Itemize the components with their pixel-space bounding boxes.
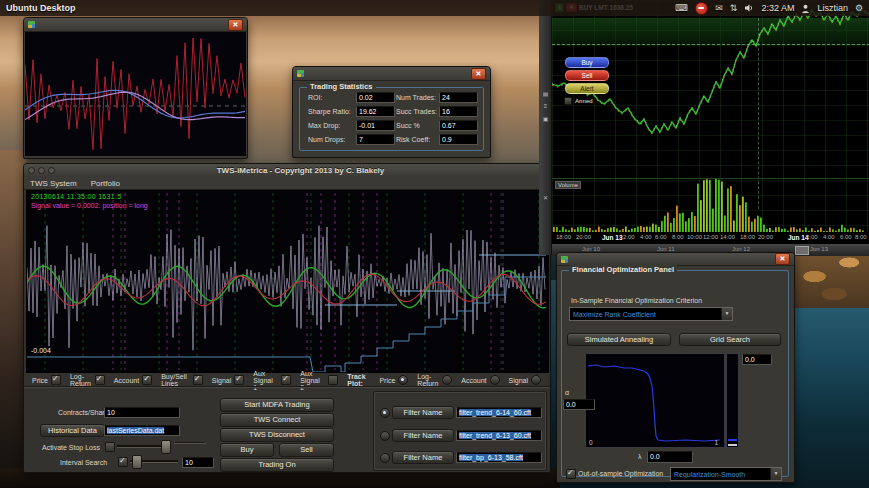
filter1-name-button[interactable]: Filter Name bbox=[392, 406, 454, 419]
sell-button[interactable]: Sell bbox=[279, 443, 334, 457]
close-pane-icon[interactable]: ✕ bbox=[543, 194, 548, 201]
aux-signal2-checkbox[interactable] bbox=[328, 375, 338, 385]
sell-button[interactable]: Sell bbox=[565, 70, 609, 81]
vertical-slider[interactable] bbox=[726, 353, 739, 448]
main-chart-canvas[interactable]: 20130614 11:35:00 1631.5 Signal value = … bbox=[26, 190, 549, 373]
stat-value[interactable]: 19.62 bbox=[356, 106, 395, 117]
window-control-dots[interactable] bbox=[28, 167, 55, 174]
stop-loss-checkbox[interactable] bbox=[105, 442, 115, 452]
close-button[interactable]: ✕ bbox=[471, 68, 486, 80]
chart-tool-icon[interactable]: ▣ bbox=[543, 115, 549, 122]
aux-signal1-checkbox[interactable] bbox=[281, 375, 291, 385]
lambda-field[interactable]: 0.0 bbox=[647, 451, 693, 463]
contracts-field[interactable]: 10 bbox=[104, 407, 180, 418]
track-option-label: Account bbox=[461, 377, 486, 384]
tws-imetrica-window: TWS-iMetrica - Copyright 2013 by C. Blak… bbox=[23, 163, 551, 473]
buy-button[interactable]: Buy bbox=[220, 443, 274, 457]
tws-disconnect-button[interactable]: TWS Disconnect bbox=[220, 428, 334, 442]
interval-checkbox[interactable] bbox=[118, 457, 128, 467]
armed-checkbox[interactable] bbox=[564, 97, 572, 105]
track-account-radio[interactable] bbox=[490, 375, 500, 385]
range-marker[interactable] bbox=[795, 246, 809, 255]
mini-window-titlebar[interactable]: ✕ bbox=[24, 18, 247, 32]
chart-toolbar[interactable]: ▤ ≡ ▣ ✕ bbox=[540, 0, 552, 255]
signal-checkbox[interactable] bbox=[234, 375, 244, 385]
filter3-field[interactable]: filter_bp_6-13_58.cft bbox=[456, 452, 542, 463]
historical-data-button[interactable]: Historical Data bbox=[40, 424, 105, 437]
filter2-name-button[interactable]: Filter Name bbox=[392, 429, 454, 442]
stat-value[interactable]: 16 bbox=[439, 106, 478, 117]
time-axis-tick: 2:00 bbox=[806, 234, 818, 240]
stat-value[interactable]: 0.02 bbox=[356, 92, 395, 103]
stats-groupbox: Trading Statistics ROI: 0.02 Num Trades:… bbox=[299, 87, 484, 151]
user-icon bbox=[801, 4, 810, 13]
price-chart-pane[interactable]: 1 ✕ BUY LMT 1636.25 Buy Sell Alert Armed… bbox=[552, 0, 869, 232]
username[interactable]: Lisztian bbox=[817, 3, 848, 13]
track-log-return-radio[interactable] bbox=[442, 375, 452, 385]
stat-value[interactable]: 0.67 bbox=[439, 120, 478, 131]
stat-value[interactable]: 0.9 bbox=[439, 134, 478, 145]
chart-tool-icon[interactable]: ▤ bbox=[543, 90, 549, 97]
time-axis-tick: 10:00 bbox=[687, 234, 702, 240]
grid-search-button[interactable]: Grid Search bbox=[679, 333, 781, 346]
volume-icon[interactable] bbox=[744, 3, 754, 13]
clock[interactable]: 2:32 AM bbox=[761, 3, 794, 13]
account-checkbox[interactable] bbox=[142, 375, 152, 385]
interval-slider[interactable] bbox=[130, 455, 178, 467]
app-label[interactable]: Ubuntu Desktop bbox=[6, 3, 76, 13]
filter1-field[interactable]: filter_trend_6-14_60.cft bbox=[456, 407, 542, 418]
gear-icon[interactable]: ⚙ bbox=[855, 4, 863, 13]
historical-data-field[interactable]: lastSeriesData.dat bbox=[104, 425, 180, 436]
close-button[interactable]: ✕ bbox=[775, 253, 790, 265]
keyboard-icon[interactable]: ⌨ bbox=[675, 4, 688, 13]
stats-group-title: Trading Statistics bbox=[307, 82, 376, 91]
armed-toggle[interactable]: Armed bbox=[564, 97, 593, 105]
mail-icon[interactable]: ✉ bbox=[715, 4, 723, 13]
menu-tws-system[interactable]: TWS System bbox=[24, 179, 83, 188]
filter1-radio[interactable] bbox=[380, 408, 390, 418]
chart-tool-icon[interactable]: ≡ bbox=[544, 103, 548, 109]
filter2-field[interactable]: filter_trend_6-13_60.cft bbox=[456, 430, 542, 441]
main-window-titlebar[interactable]: TWS-iMetrica - Copyright 2013 by C. Blak… bbox=[24, 164, 550, 178]
criterion-curve bbox=[586, 354, 722, 445]
stat-value[interactable]: -0.01 bbox=[356, 120, 395, 131]
alert-button[interactable]: Alert bbox=[565, 83, 609, 94]
network-arrows-icon[interactable]: ⇅ bbox=[730, 4, 738, 13]
buy-sell-lines-checkbox[interactable] bbox=[193, 375, 203, 385]
track-signal-radio[interactable] bbox=[531, 375, 541, 385]
lambda-label: λ bbox=[638, 453, 642, 460]
chart-signal-readout: Signal value = 0.0002. position = long bbox=[31, 202, 148, 209]
alpha-label: α bbox=[565, 389, 569, 396]
track-price-radio[interactable] bbox=[398, 375, 408, 385]
stat-value[interactable]: 7 bbox=[356, 134, 395, 145]
start-mdfa-button[interactable]: Start MDFA Trading bbox=[220, 398, 334, 412]
menu-portfolio[interactable]: Portfolio bbox=[85, 179, 126, 188]
simulated-annealing-button[interactable]: Simulated Annealing bbox=[567, 333, 671, 346]
stop-loss-field[interactable] bbox=[174, 442, 206, 444]
oos-checkbox[interactable] bbox=[566, 469, 576, 479]
tws-connect-button[interactable]: TWS Connect bbox=[220, 413, 334, 427]
log-return-checkbox[interactable] bbox=[95, 375, 105, 385]
alpha-field[interactable]: 0.0 bbox=[563, 399, 595, 410]
trading-on-button[interactable]: Trading On bbox=[220, 458, 334, 472]
price-checkbox[interactable] bbox=[51, 375, 61, 385]
filter3-name-button[interactable]: Filter Name bbox=[392, 451, 454, 464]
stats-window-titlebar[interactable]: ✕ bbox=[293, 67, 490, 81]
main-menubar: TWS System Portfolio bbox=[24, 177, 550, 190]
updates-blocked-icon[interactable] bbox=[695, 2, 708, 15]
oos-dropdown[interactable]: Regularization-Smooth▼ bbox=[670, 467, 782, 481]
close-button[interactable]: ✕ bbox=[228, 19, 243, 31]
filter2-radio[interactable] bbox=[380, 431, 390, 441]
top-value-field[interactable]: 0.0 bbox=[742, 354, 772, 365]
app-icon bbox=[561, 256, 568, 263]
x-axis-max-label: 1 bbox=[714, 439, 718, 446]
filter3-radio[interactable] bbox=[380, 453, 390, 463]
stat-value[interactable]: 24 bbox=[439, 92, 478, 103]
time-axis-tick: 14:00 bbox=[720, 234, 735, 240]
criterion-dropdown[interactable]: Maximize Rank Coefficient▼ bbox=[569, 307, 733, 321]
stop-loss-slider[interactable] bbox=[117, 440, 169, 452]
mini-chart-plot bbox=[25, 32, 246, 156]
toggle-label: Price bbox=[32, 377, 48, 384]
buy-button[interactable]: Buy bbox=[565, 57, 609, 68]
interval-field[interactable]: 10 bbox=[182, 457, 214, 468]
